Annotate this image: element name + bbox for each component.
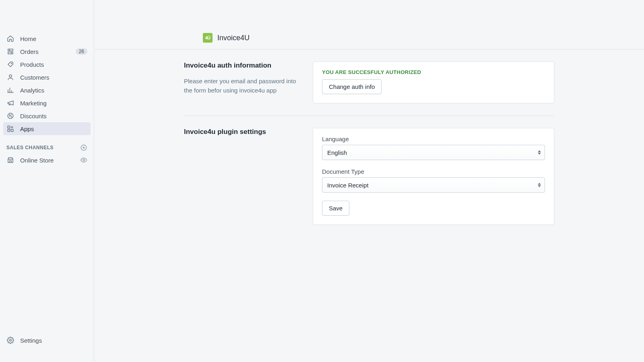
svg-point-10 [10, 339, 12, 341]
discounts-icon [6, 112, 14, 120]
sidebar-item-label: Discounts [20, 113, 87, 119]
svg-point-9 [83, 159, 85, 161]
add-channel-icon[interactable] [80, 144, 87, 151]
section-auth-info: Invoice4u auth information Please enter … [184, 62, 301, 103]
svg-rect-7 [8, 130, 10, 132]
auth-status: YOU ARE SUCCESFULY AUTHORIZED [322, 69, 545, 75]
sidebar-item-label: Analytics [20, 87, 87, 94]
products-icon [6, 60, 14, 68]
field-document-type: Document Type Invoice Receipt [322, 168, 545, 193]
page-header: 4Ü Invoice4U [94, 0, 644, 49]
apps-icon [6, 125, 14, 133]
orders-badge: 26 [76, 48, 87, 55]
section-header-label: SALES CHANNELS [6, 145, 54, 150]
store-icon [6, 156, 14, 164]
field-language: Language English [322, 136, 545, 160]
main: 4Ü Invoice4U Invoice4u auth information … [94, 0, 644, 362]
sidebar-item-customers[interactable]: Customers [3, 71, 91, 84]
sidebar-item-label: Orders [20, 48, 70, 55]
change-auth-button[interactable]: Change auth info [322, 79, 382, 94]
language-select-value: English [322, 145, 545, 160]
orders-icon [6, 47, 14, 56]
sidebar-item-marketing[interactable]: Marketing [3, 97, 91, 109]
section-heading: Invoice4u plugin settings [184, 128, 301, 136]
section-settings-info: Invoice4u plugin settings [184, 128, 301, 225]
card-settings: Language English Document Type Invoice R… [313, 128, 554, 225]
doctype-select-value: Invoice Receipt [322, 177, 545, 193]
sidebar-item-apps[interactable]: Apps [3, 122, 91, 135]
nav-primary: Home Orders 26 Products Customers [0, 32, 94, 135]
sidebar-item-home[interactable]: Home [3, 32, 91, 45]
sidebar-item-products[interactable]: Products [3, 58, 91, 71]
section-auth: Invoice4u auth information Please enter … [184, 62, 554, 115]
sidebar-item-discounts[interactable]: Discounts [3, 109, 91, 122]
sidebar-item-label: Customers [20, 74, 87, 81]
section-plugin-settings: Invoice4u plugin settings Language Engli… [184, 115, 554, 237]
svg-rect-6 [11, 130, 13, 132]
sidebar-item-analytics[interactable]: Analytics [3, 84, 91, 97]
sidebar-item-label: Apps [20, 125, 87, 132]
analytics-icon [6, 86, 14, 94]
card-auth: YOU ARE SUCCESFULY AUTHORIZED Change aut… [313, 62, 554, 103]
settings-label: Settings [20, 337, 42, 344]
gear-icon [6, 336, 14, 344]
app-logo: 4Ü [203, 33, 213, 43]
save-button[interactable]: Save [322, 201, 349, 216]
sidebar-item-label: Online Store [20, 157, 74, 164]
language-select[interactable]: English [322, 145, 545, 160]
sales-channels-header: SALES CHANNELS [0, 144, 94, 151]
section-description: Please enter you email and password into… [184, 77, 301, 95]
svg-rect-5 [8, 126, 10, 128]
sidebar-item-online-store[interactable]: Online Store [0, 154, 94, 167]
svg-point-3 [9, 115, 10, 115]
doctype-label: Document Type [322, 168, 545, 175]
content: Invoice4u auth information Please enter … [94, 49, 644, 237]
svg-point-0 [11, 63, 12, 64]
sidebar: Home Orders 26 Products Customers [0, 0, 94, 362]
home-icon [6, 35, 14, 43]
svg-point-1 [9, 75, 12, 77]
sidebar-item-label: Marketing [20, 100, 87, 107]
customers-icon [6, 73, 14, 81]
page-title: Invoice4U [217, 34, 250, 42]
language-label: Language [322, 136, 545, 142]
doctype-select[interactable]: Invoice Receipt [322, 177, 545, 193]
marketing-icon [6, 99, 14, 107]
view-store-icon[interactable] [80, 156, 87, 164]
svg-point-4 [11, 117, 12, 117]
sidebar-item-orders[interactable]: Orders 26 [3, 45, 91, 58]
sidebar-item-label: Products [20, 61, 87, 68]
section-heading: Invoice4u auth information [184, 62, 301, 70]
sidebar-item-settings[interactable]: Settings [0, 332, 94, 348]
sidebar-item-label: Home [20, 35, 87, 42]
